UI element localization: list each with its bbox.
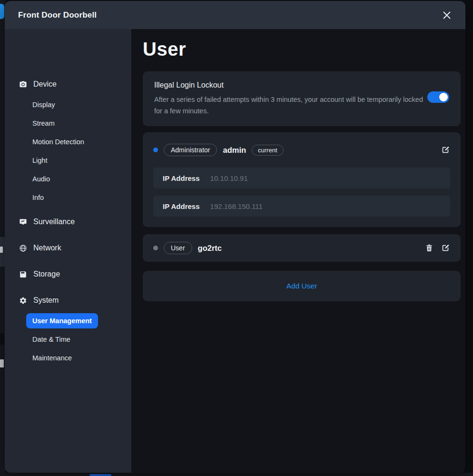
user-card-admin: Administrator admin current IP Address 1…	[143, 132, 461, 227]
sidebar-group-label: Network	[33, 244, 61, 252]
edit-icon[interactable]	[441, 243, 450, 253]
sidebar-item-device[interactable]: Device	[5, 77, 131, 92]
role-badge: User	[164, 242, 192, 254]
field-value: 10.10.10.91	[210, 174, 248, 182]
gear-icon	[19, 297, 27, 305]
illegal-login-lockout-card: Illegal Login Lockout After a series of …	[143, 71, 461, 126]
add-user-button[interactable]: Add User	[143, 271, 461, 301]
sidebar-item-network[interactable]: Network	[5, 240, 131, 256]
background-dark-fragment	[0, 333, 4, 345]
background-text-fragment	[0, 247, 3, 253]
sidebar-item-light[interactable]: Light	[5, 151, 131, 169]
sidebar-item-motion-detection[interactable]: Motion Detection	[5, 132, 131, 151]
online-dot	[153, 148, 158, 152]
sidebar-group-label: Surveillance	[33, 218, 75, 226]
dialog-title: Front Door Doorbell	[18, 10, 97, 20]
storage-icon	[19, 270, 27, 278]
user-card-go2rtc: User go2rtc	[143, 234, 461, 262]
trash-icon[interactable]	[424, 243, 434, 253]
device-subitems: Display Stream Motion Detection Light Au…	[5, 95, 131, 207]
user-header-row: Administrator admin current	[153, 143, 450, 157]
monitor-icon	[19, 218, 27, 226]
ip-address-row[interactable]: IP Address 10.10.10.91	[153, 168, 450, 188]
sidebar-group-label: Device	[33, 80, 57, 89]
dialog-body: Device Display Stream Motion Detection L…	[5, 29, 465, 473]
user-name: go2rtc	[198, 244, 222, 253]
sidebar-group-label: Storage	[33, 270, 60, 278]
settings-dialog: Front Door Doorbell Device Display Strea…	[5, 1, 465, 473]
background-bottom-strip	[0, 473, 473, 476]
toggle-knob	[439, 93, 448, 101]
background-blue-button-fragment	[89, 474, 111, 476]
sidebar-item-maintenance[interactable]: Maintenance	[5, 348, 131, 367]
page-title: User	[143, 39, 461, 60]
user-actions	[424, 243, 450, 253]
sidebar-item-user-management[interactable]: User Management	[5, 311, 131, 330]
ip-address-row[interactable]: IP Address 192.168.150.111	[153, 196, 450, 217]
role-badge: Administrator	[164, 144, 217, 156]
user-settings-panel: User Illegal Login Lockout After a serie…	[131, 29, 465, 473]
sidebar-item-storage[interactable]: Storage	[5, 267, 131, 282]
sidebar-item-system[interactable]: System	[5, 293, 131, 308]
field-label: IP Address	[163, 174, 200, 182]
lockout-toggle[interactable]	[427, 91, 449, 103]
field-label: IP Address	[163, 202, 200, 210]
sidebar-item-info[interactable]: Info	[5, 188, 131, 207]
lockout-title: Illegal Login Lockout	[154, 81, 427, 89]
close-icon[interactable]	[440, 8, 454, 22]
current-badge: current	[252, 145, 283, 156]
dialog-header: Front Door Doorbell	[5, 1, 465, 29]
lockout-texts: Illegal Login Lockout After a series of …	[154, 81, 427, 117]
sidebar-item-date-time[interactable]: Date & Time	[5, 330, 131, 348]
sidebar-item-stream[interactable]: Stream	[5, 114, 131, 132]
lockout-description: After a series of failed attempts within…	[154, 94, 423, 117]
camera-icon	[19, 80, 27, 89]
background-icon-fragment	[0, 359, 4, 367]
settings-sidebar: Device Display Stream Motion Detection L…	[5, 29, 131, 473]
globe-icon	[19, 244, 27, 252]
field-value: 192.168.150.111	[210, 202, 263, 210]
add-user-label: Add User	[286, 282, 317, 290]
user-name: admin	[223, 146, 246, 155]
offline-dot	[153, 246, 158, 250]
sidebar-group-label: System	[33, 296, 59, 305]
sidebar-item-display[interactable]: Display	[5, 95, 131, 114]
background-logo-fragment	[0, 4, 4, 19]
edit-icon[interactable]	[441, 145, 450, 155]
system-subitems: User Management Date & Time Maintenance	[5, 311, 131, 367]
sidebar-item-surveillance[interactable]: Surveillance	[5, 214, 131, 229]
sidebar-item-audio[interactable]: Audio	[5, 169, 131, 188]
